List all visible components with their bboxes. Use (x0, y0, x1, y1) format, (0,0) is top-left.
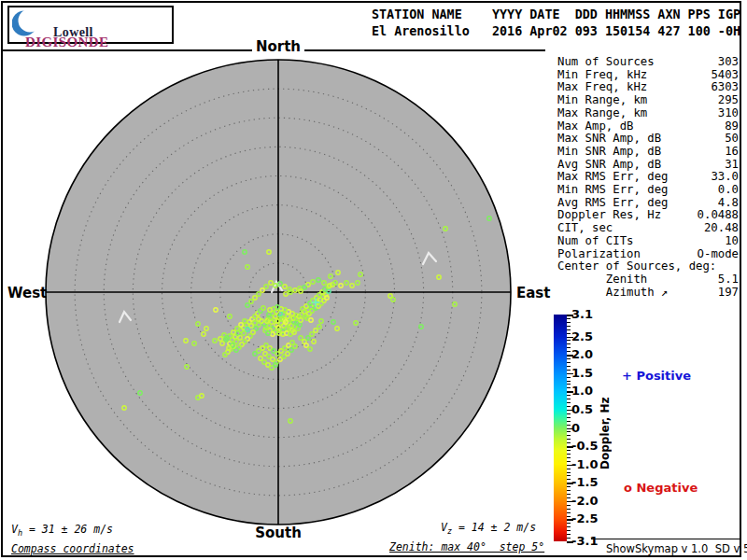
colorbar-minor-tick (567, 450, 571, 451)
stats-value: 310 (718, 107, 739, 120)
stats-label: CIT, sec (557, 222, 613, 235)
stats-label: Max Range, km (557, 107, 647, 120)
header-station-values: El Arenosillo 2016 Apr02 093 150154 427 … (372, 23, 740, 40)
compass-label-east: East (516, 285, 550, 301)
stats-label: Avg SNR Amp, dB (557, 159, 661, 172)
stats-row: Max Range, km310 (557, 107, 739, 120)
colorbar-minor-tick (567, 366, 571, 367)
colorbar-tick-label: 2.5 (571, 330, 593, 343)
colorbar-minor-tick (567, 329, 571, 330)
colorbar-tick-label: 0.5 (571, 403, 593, 416)
header-column-labels: STATION NAME YYYY DATE DDD HHMMSS AXN PP… (372, 7, 740, 23)
colorbar-tick-label: 3.1 (571, 308, 593, 321)
stats-label: Doppler Res, Hz (557, 209, 661, 222)
colorbar-minor-tick (567, 425, 571, 426)
stats-row: Min RMS Err, deg0.0 (557, 184, 739, 197)
colorbar-tick-label: -2.0 (571, 495, 598, 508)
compass-label-west: West (7, 285, 47, 301)
colorbar-minor-tick (567, 472, 571, 473)
stats-label: Min RMS Err, deg (557, 184, 668, 197)
colorbar-minor-tick (567, 530, 571, 531)
colorbar-minor-tick (567, 442, 571, 443)
stats-row: Max Amp, dB89 (557, 120, 739, 133)
colorbar-minor-tick (567, 457, 571, 458)
stats-row: Center of Sources, deg: (557, 260, 739, 273)
stats-label: Max SNR Amp, dB (557, 133, 661, 146)
stats-value: 0.0488 (698, 209, 739, 222)
colorbar-tick-label: -2.5 (571, 512, 598, 525)
colorbar-minor-tick (567, 406, 571, 407)
colorbar-minor-tick (567, 387, 571, 388)
colorbar-tick-label: 0 (571, 422, 580, 435)
colorbar-minor-tick (567, 494, 571, 495)
compass-label-south: South (0, 525, 557, 541)
compass-coordinates-note: Compass coordinates (11, 542, 134, 555)
stats-label: Max Freq, kHz (557, 81, 647, 94)
station-header: STATION NAME YYYY DATE DDD HHMMSS AXN PP… (372, 7, 740, 39)
stats-value: 0.0 (718, 184, 739, 197)
positive-legend: + Positive (622, 369, 691, 383)
colorbar-minor-tick (567, 538, 571, 539)
colorbar-minor-tick (567, 362, 571, 363)
stats-label: Max Amp, dB (557, 120, 633, 133)
stats-row: Avg RMS Err, deg4.8 (557, 197, 739, 210)
negative-legend: o Negative (624, 481, 698, 495)
version-text: ShowSkymap v 1.0 SD v 5.0 (606, 542, 747, 555)
stats-row: Azimuth ↗197 (557, 287, 739, 300)
colorbar-minor-tick (567, 454, 571, 455)
colorbar-minor-tick (567, 402, 571, 403)
colorbar-tick-label: 1.5 (571, 367, 593, 380)
doppler-colorbar (554, 315, 567, 541)
colorbar-minor-tick (567, 351, 571, 352)
stats-value: 5.1 (718, 273, 739, 287)
stats-row: PolarizationO-mode (557, 248, 739, 261)
colorbar-minor-tick (567, 439, 571, 440)
stats-row: Max RMS Err, deg33.0 (557, 171, 739, 184)
colorbar-minor-tick (567, 534, 571, 535)
colorbar-tick-label: -1.0 (571, 458, 598, 471)
colorbar-minor-tick (567, 475, 571, 476)
colorbar-minor-tick (567, 461, 571, 462)
stats-value: 10 (725, 235, 739, 248)
colorbar-minor-tick (567, 505, 571, 506)
stats-value: 31 (725, 159, 739, 172)
colorbar-minor-tick (567, 421, 571, 422)
colorbar-minor-tick (567, 326, 571, 327)
stats-row: Max Freq, kHz6303 (557, 81, 739, 94)
colorbar-tick-label: 1.0 (571, 385, 593, 398)
stats-label: Zenith (557, 273, 647, 287)
stats-row: Max SNR Amp, dB50 (557, 133, 739, 146)
stats-value: 89 (725, 120, 739, 133)
colorbar-tick-label: -0.5 (571, 440, 598, 453)
stats-label: Avg RMS Err, deg (557, 197, 668, 210)
colorbar-minor-tick (567, 431, 571, 432)
colorbar-minor-tick (567, 469, 571, 469)
stats-panel: Num of Sources303Min Freq, kHz5403Max Fr… (557, 56, 739, 299)
colorbar-minor-tick (567, 395, 571, 396)
stats-label: Min Range, km (557, 94, 647, 107)
colorbar-minor-tick (567, 343, 571, 344)
colorbar-minor-tick (567, 479, 571, 480)
compass-label-north: North (0, 38, 557, 55)
stats-row: Zenith5.1 (557, 273, 739, 287)
stats-label: Num of CITs (557, 235, 633, 248)
stats-row: Min Freq, kHz5403 (557, 69, 739, 82)
colorbar-tick-label: 2.0 (571, 348, 593, 361)
stats-label: Max RMS Err, deg (557, 171, 668, 184)
colorbar-minor-tick (567, 370, 571, 371)
showskymap-window: Lowell DIGISONDE STATION NAME YYYY DATE … (0, 0, 747, 560)
stats-row: Num of Sources303 (557, 56, 739, 69)
colorbar-minor-tick (567, 435, 571, 436)
colorbar-minor-tick (567, 509, 571, 510)
colorbar-minor-tick (567, 347, 571, 348)
stats-label: Azimuth ↗ (557, 287, 668, 300)
stats-value: 295 (718, 94, 739, 107)
colorbar-minor-tick (567, 358, 571, 359)
colorbar-minor-tick (567, 413, 571, 414)
stats-row: Num of CITs10 (557, 235, 739, 248)
colorbar-tick-label: -1.5 (571, 476, 598, 489)
stats-value: 50 (725, 133, 739, 146)
stats-label: Num of Sources (557, 56, 655, 69)
colorbar-axis-title: Doppler, Hz (599, 391, 612, 469)
stats-value: 4.8 (718, 197, 739, 210)
